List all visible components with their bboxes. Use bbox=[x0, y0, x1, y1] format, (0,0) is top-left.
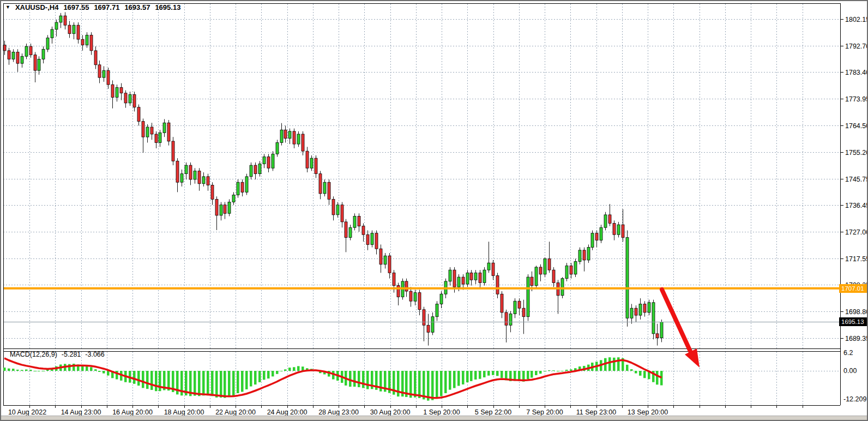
candlestick bbox=[622, 209, 624, 242]
candlestick bbox=[539, 264, 542, 281]
time-axis-label: 11 Sep 23:00 bbox=[576, 408, 616, 416]
candlestick bbox=[276, 140, 279, 157]
candlestick bbox=[522, 300, 525, 334]
macd-scale-label: 0.00 bbox=[843, 367, 857, 375]
candlestick bbox=[272, 151, 274, 171]
time-axis-label: 24 Aug 20:00 bbox=[267, 408, 308, 416]
candlestick bbox=[600, 225, 602, 243]
time-axis-label: 18 Aug 20:00 bbox=[164, 408, 204, 416]
candlestick bbox=[574, 258, 577, 277]
candlestick bbox=[323, 179, 326, 196]
candlestick bbox=[604, 212, 607, 231]
time-axis-label: 14 Aug 23:00 bbox=[61, 408, 101, 416]
candlestick bbox=[46, 35, 49, 52]
candlestick bbox=[237, 179, 239, 198]
candlestick bbox=[635, 305, 637, 322]
candlestick bbox=[608, 204, 611, 226]
candlestick bbox=[73, 22, 75, 39]
candlestick bbox=[120, 83, 123, 100]
candlestick bbox=[185, 163, 188, 179]
candlestick bbox=[159, 130, 161, 147]
candlestick bbox=[466, 270, 469, 287]
candlestick bbox=[514, 298, 516, 318]
candlestick bbox=[302, 131, 304, 155]
price-tick-label: 1764.50 bbox=[845, 122, 868, 130]
candlestick bbox=[587, 244, 590, 263]
candlestick bbox=[492, 260, 495, 280]
time-axis-label: 10 Aug 2022 bbox=[8, 408, 46, 416]
candlestick bbox=[336, 202, 339, 218]
candlestick bbox=[180, 170, 183, 187]
candlestick bbox=[245, 174, 248, 195]
ohlc-close-value: 1695.13 bbox=[155, 3, 180, 11]
bid-price-tag: 1695.13 bbox=[839, 317, 868, 326]
candlestick bbox=[431, 312, 434, 335]
candlestick bbox=[90, 32, 93, 55]
chart-canvas: 1802.151792.701783.401773.951764.501755.… bbox=[1, 1, 868, 421]
window-footer-strip bbox=[1, 416, 867, 420]
candlestick bbox=[103, 66, 105, 82]
price-tick-label: 1727.00 bbox=[845, 228, 868, 236]
candlestick bbox=[501, 291, 503, 318]
ohlc-open-value: 1697.55 bbox=[63, 3, 89, 11]
candlestick bbox=[232, 192, 235, 205]
candlestick bbox=[94, 46, 97, 69]
candlestick bbox=[129, 92, 131, 106]
candlestick bbox=[146, 124, 149, 143]
macd-indicator-label: MACD(12,26,9) -5.281 -3.066 bbox=[10, 351, 105, 358]
time-axis-label: 7 Sep 20:00 bbox=[526, 408, 563, 416]
candlestick bbox=[371, 230, 373, 247]
candlestick bbox=[267, 154, 270, 172]
candlestick bbox=[16, 49, 19, 72]
candlestick bbox=[133, 92, 136, 111]
candlestick bbox=[38, 56, 40, 75]
grid-lines bbox=[3, 4, 840, 405]
candlestick bbox=[414, 290, 417, 305]
time-axis: 10 Aug 202214 Aug 23:0016 Aug 20:0018 Au… bbox=[8, 405, 803, 416]
candlestick bbox=[366, 230, 369, 250]
price-tick-label: 1773.95 bbox=[845, 95, 868, 103]
candlestick bbox=[228, 199, 231, 216]
candlestick bbox=[258, 161, 261, 177]
candlestick bbox=[557, 280, 559, 314]
candlestick bbox=[284, 125, 287, 142]
panel-borders bbox=[3, 3, 841, 406]
macd-scale-label: 6.2 bbox=[843, 349, 853, 357]
candlestick bbox=[565, 263, 568, 281]
candlestick bbox=[496, 273, 499, 298]
candlestick bbox=[215, 196, 218, 230]
candlestick bbox=[155, 131, 158, 148]
hline-price-tag: 1707.01 bbox=[839, 284, 868, 293]
macd-name: MACD(12,26,9) bbox=[10, 351, 57, 358]
candlestick bbox=[315, 155, 317, 178]
candlestick bbox=[211, 182, 214, 205]
candlestick bbox=[137, 104, 140, 125]
candlestick bbox=[427, 314, 430, 346]
candlestick bbox=[349, 225, 352, 240]
candlestick bbox=[544, 257, 546, 277]
candlestick bbox=[12, 49, 15, 62]
trading-chart-window: 1802.151792.701783.401773.951764.501755.… bbox=[0, 0, 868, 421]
time-axis-label: 22 Aug 20:00 bbox=[215, 408, 256, 416]
price-tick-label: 1792.70 bbox=[845, 43, 868, 50]
candlestick bbox=[167, 120, 170, 146]
price-tick-label: 1755.20 bbox=[845, 149, 868, 157]
candlestick bbox=[345, 219, 347, 252]
time-axis-label: 5 Sep 22:00 bbox=[475, 408, 511, 416]
symbol-dropdown-icon[interactable]: ▼ bbox=[5, 4, 10, 10]
chart-title: ▼ XAUUSD-,H4 1697.55 1697.71 1693.57 169… bbox=[5, 3, 180, 11]
candlestick bbox=[479, 270, 481, 288]
candlestick bbox=[297, 131, 300, 147]
candlestick bbox=[397, 282, 400, 305]
candlestick bbox=[474, 270, 477, 284]
candlestick bbox=[643, 301, 646, 317]
candlestick bbox=[172, 137, 174, 165]
candlestick bbox=[423, 307, 425, 341]
ohlc-low-value: 1693.57 bbox=[124, 3, 150, 11]
trend-arrow[interactable] bbox=[662, 290, 700, 368]
candlestick bbox=[358, 213, 360, 232]
candlestick bbox=[224, 202, 226, 219]
candlestick bbox=[630, 304, 633, 323]
price-tick-label: 1689.35 bbox=[845, 335, 868, 342]
candlestick bbox=[483, 267, 486, 286]
